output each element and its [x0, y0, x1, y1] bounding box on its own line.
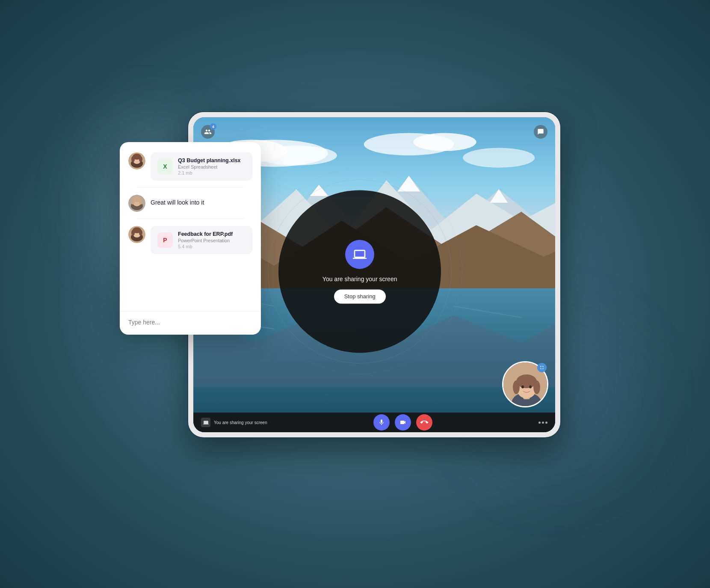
- participants-button[interactable]: 4: [201, 125, 215, 139]
- user1-avatar: [128, 152, 145, 169]
- mic-button[interactable]: [373, 414, 390, 431]
- file-size-2: 5.4 mb: [178, 244, 233, 249]
- svg-point-34: [139, 156, 142, 162]
- stop-sharing-button[interactable]: Stop sharing: [334, 289, 386, 303]
- chat-messages-list: X Q3 Budget planning.xlsx Excel Spreadsh…: [120, 142, 261, 311]
- svg-point-28: [529, 386, 532, 389]
- divider-1: [137, 187, 244, 188]
- participants-badge: 4: [210, 123, 216, 130]
- sharing-indicator-icon: [201, 418, 210, 427]
- sharing-overlay: You are sharing your screen Stop sharing: [278, 190, 441, 353]
- chat-message-3: P Feedback for ERP.pdf PowerPoint Presen…: [128, 226, 252, 254]
- sharing-indicator: You are sharing your screen: [201, 418, 267, 427]
- file-bubble-1[interactable]: X Q3 Budget planning.xlsx Excel Spreadsh…: [151, 152, 252, 181]
- screen-share-icon-circle: [345, 240, 374, 269]
- participants-icon: [204, 128, 212, 136]
- file-info-2: Feedback for ERP.pdf PowerPoint Presenta…: [178, 231, 233, 249]
- chat-panel: X Q3 Budget planning.xlsx Excel Spreadsh…: [120, 142, 261, 335]
- file-name-1: Q3 Budget planning.xlsx: [178, 157, 241, 163]
- sharing-status-text: You are sharing your screen: [305, 276, 414, 282]
- svg-point-3: [256, 146, 337, 165]
- pdf-file-icon: P: [157, 232, 173, 248]
- pdf-icon-letter: P: [163, 237, 167, 244]
- expand-icon[interactable]: [537, 363, 547, 372]
- file-size-1: 2.1 mb: [178, 170, 241, 175]
- svg-point-39: [131, 199, 135, 205]
- chat-input-area: [120, 311, 261, 335]
- text-message-content: Great will look into it: [151, 195, 204, 206]
- chat-icon: [537, 128, 544, 135]
- file-bubble-2[interactable]: P Feedback for ERP.pdf PowerPoint Presen…: [151, 226, 252, 254]
- chat-message-2: Great will look into it: [128, 195, 252, 212]
- svg-point-45: [131, 230, 135, 236]
- svg-point-26: [533, 380, 540, 394]
- svg-point-40: [139, 199, 142, 205]
- camera-button[interactable]: [395, 414, 411, 431]
- excel-icon-letter: X: [163, 163, 167, 170]
- mic-icon: [378, 419, 385, 426]
- camera-icon: [399, 419, 406, 426]
- chat-toggle-button[interactable]: [534, 125, 547, 139]
- end-call-button[interactable]: [416, 414, 432, 431]
- end-call-icon: [419, 417, 429, 428]
- svg-point-5: [413, 133, 476, 151]
- chat-message-1: X Q3 Budget planning.xlsx Excel Spreadsh…: [128, 152, 252, 181]
- chat-input[interactable]: [128, 319, 252, 326]
- self-view-container: [502, 361, 548, 407]
- more-options-button[interactable]: [538, 422, 547, 424]
- sharing-indicator-text: You are sharing your screen: [214, 420, 267, 425]
- svg-point-27: [521, 386, 524, 389]
- file-name-2: Feedback for ERP.pdf: [178, 231, 233, 237]
- user1-avatar-2: [128, 226, 145, 243]
- svg-point-25: [513, 380, 520, 394]
- excel-file-icon: X: [157, 159, 173, 174]
- control-bar: You are sharing your screen: [193, 413, 555, 432]
- divider-2: [137, 219, 244, 219]
- svg-point-46: [139, 230, 142, 236]
- svg-point-33: [131, 156, 135, 162]
- screen-share-icon: [353, 247, 367, 261]
- user2-avatar: [128, 195, 145, 212]
- file-info-1: Q3 Budget planning.xlsx Excel Spreadshee…: [178, 157, 241, 175]
- file-type-1: Excel Spreadsheet: [178, 164, 241, 169]
- file-type-2: PowerPoint Presentation: [178, 238, 233, 243]
- call-controls: [373, 414, 432, 431]
- svg-point-6: [463, 148, 535, 167]
